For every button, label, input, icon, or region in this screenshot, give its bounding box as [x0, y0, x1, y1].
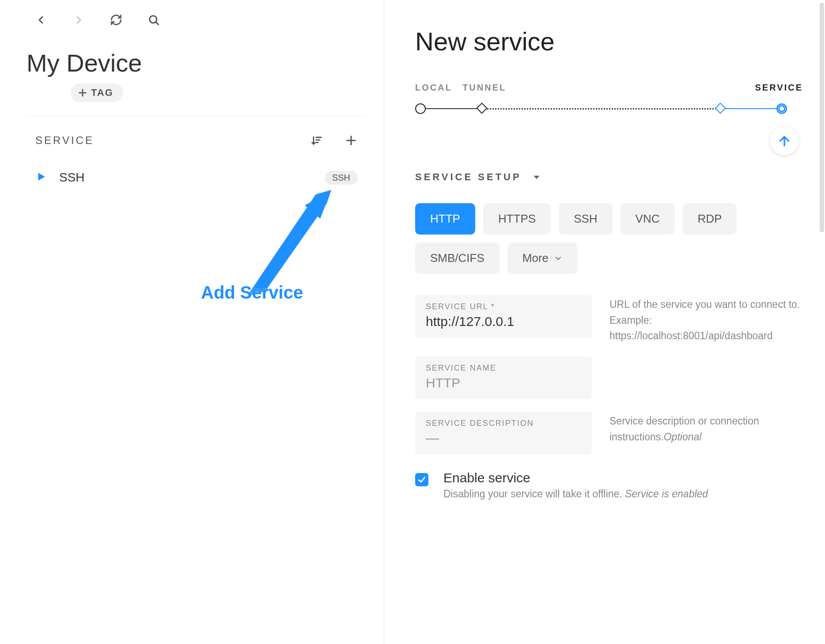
service-url-label: SERVICE URL *: [426, 302, 581, 311]
service-setup-label: SERVICE SETUP: [415, 171, 522, 183]
add-tag-chip[interactable]: TAG: [71, 83, 123, 102]
chevron-down-icon: [554, 254, 563, 263]
enable-service-title: Enable service: [443, 470, 708, 485]
service-row[interactable]: SSH SSH: [26, 163, 366, 193]
chip-https[interactable]: HTTPS: [483, 203, 551, 235]
page-title: New service: [415, 27, 803, 56]
svg-line-1: [156, 22, 159, 25]
protocol-chips: HTTP HTTPS SSH VNC RDP SMB/CIFS More: [415, 203, 803, 274]
tag-chip-label: TAG: [91, 87, 114, 98]
chip-ssh[interactable]: SSH: [559, 203, 612, 235]
service-row-badge: SSH: [325, 171, 357, 185]
service-name-input[interactable]: [426, 375, 581, 390]
nav-row: [26, 13, 366, 27]
stepper-node-tunnel[interactable]: [476, 102, 487, 114]
service-desc-field[interactable]: SERVICE DESCRIPTION: [415, 412, 592, 455]
forward-icon[interactable]: [72, 13, 85, 27]
service-desc-help: Service description or connection instru…: [609, 412, 803, 445]
enable-service-row: Enable service Disabling your service wi…: [415, 470, 803, 500]
sort-icon[interactable]: [310, 134, 323, 147]
service-section-label: SERVICE: [35, 134, 94, 147]
svg-marker-11: [247, 190, 331, 296]
service-name-label: SERVICE NAME: [426, 364, 581, 373]
stepper-node-premid[interactable]: [715, 102, 726, 114]
service-url-help: URL of the service you want to connect t…: [609, 295, 803, 344]
svg-marker-12: [305, 190, 331, 219]
enable-service-checkbox[interactable]: [415, 473, 428, 486]
play-icon: [35, 171, 47, 184]
left-pane: My Device TAG SERVICE SSH SSH: [0, 0, 384, 644]
chip-more[interactable]: More: [507, 242, 578, 274]
chevron-down-icon: [532, 173, 541, 182]
service-section-header: SERVICE: [26, 134, 366, 147]
scroll-up-button[interactable]: [770, 127, 799, 155]
stepper-node-local[interactable]: [415, 103, 426, 114]
chip-rdp[interactable]: RDP: [683, 203, 737, 235]
svg-marker-14: [534, 176, 539, 179]
right-pane: New service LOCAL TUNNEL SERVICE SERVIC: [384, 0, 825, 644]
divider: [26, 116, 366, 117]
stepper-node-service[interactable]: [776, 103, 787, 114]
service-name-field[interactable]: SERVICE NAME: [415, 356, 592, 399]
back-icon[interactable]: [34, 13, 48, 27]
svg-marker-10: [38, 173, 45, 180]
refresh-icon[interactable]: [110, 13, 123, 27]
arrow-up-icon: [777, 134, 791, 148]
enable-service-subtitle: Disabling your service will take it offl…: [443, 488, 708, 500]
service-url-field[interactable]: SERVICE URL *: [415, 295, 592, 338]
check-icon: [417, 475, 426, 484]
add-service-icon[interactable]: [345, 134, 357, 147]
service-url-input[interactable]: [426, 314, 581, 329]
service-setup-header[interactable]: SERVICE SETUP: [415, 171, 803, 183]
service-desc-input[interactable]: [426, 431, 581, 446]
plus-icon: [78, 88, 87, 98]
chip-vnc[interactable]: VNC: [621, 203, 675, 235]
chip-http[interactable]: HTTP: [415, 203, 475, 235]
annotation-label: Add Service: [201, 283, 303, 303]
search-icon[interactable]: [147, 13, 160, 27]
scrollbar[interactable]: [820, 3, 824, 232]
stepper-label-local: LOCAL: [415, 83, 452, 93]
stepper: LOCAL TUNNEL SERVICE: [415, 83, 803, 114]
chip-smbcifs[interactable]: SMB/CIFS: [415, 242, 500, 274]
service-desc-label: SERVICE DESCRIPTION: [426, 419, 581, 428]
stepper-label-tunnel: TUNNEL: [462, 83, 506, 93]
service-row-name: SSH: [59, 170, 313, 185]
stepper-label-service: SERVICE: [755, 83, 803, 93]
device-title: My Device: [26, 49, 366, 77]
